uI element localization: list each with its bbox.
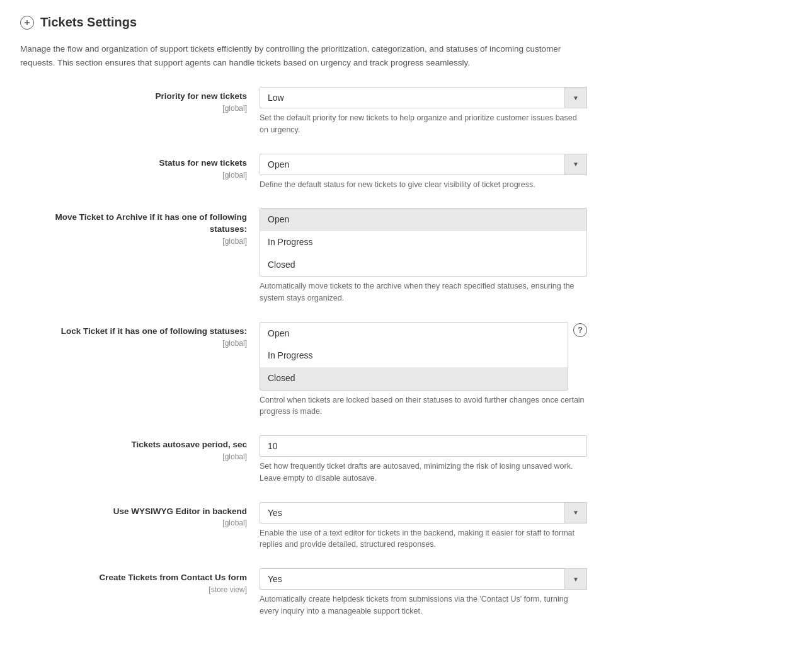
contact-select[interactable]: Yes No bbox=[260, 568, 587, 590]
archive-help: Automatically move tickets to the archiv… bbox=[260, 280, 587, 304]
collapse-icon[interactable] bbox=[20, 16, 34, 30]
contact-control: Yes No Automatically create helpdesk tic… bbox=[260, 568, 587, 617]
lock-option-inprogress[interactable]: In Progress bbox=[260, 345, 568, 367]
page-description: Manage the flow and organization of supp… bbox=[20, 42, 587, 69]
archive-sub-label: [global] bbox=[222, 237, 247, 246]
lock-help: Control when tickets are locked based on… bbox=[260, 394, 587, 418]
lock-option-open[interactable]: Open bbox=[260, 323, 568, 345]
wysiwyg-help: Enable the use of a text editor for tick… bbox=[260, 527, 587, 551]
lock-control-with-help: Open In Progress Closed ? bbox=[260, 322, 587, 391]
wysiwyg-row: Use WYSIWYG Editor in backend [global] Y… bbox=[20, 502, 792, 551]
archive-listbox: Open In Progress Closed bbox=[260, 208, 587, 277]
lock-label: Lock Ticket if it has one of following s… bbox=[20, 326, 247, 338]
lock-sub-label: [global] bbox=[222, 339, 247, 348]
status-sub-label: [global] bbox=[222, 171, 247, 180]
wysiwyg-sub-label: [global] bbox=[222, 518, 247, 527]
autosave-sub-label: [global] bbox=[222, 452, 247, 461]
status-row: Status for new tickets [global] Open In … bbox=[20, 154, 792, 191]
archive-row: Move Ticket to Archive if it has one of … bbox=[20, 208, 792, 304]
priority-help: Set the default priority for new tickets… bbox=[260, 112, 587, 136]
priority-select-wrapper: Low Medium High bbox=[260, 87, 587, 108]
priority-label-col: Priority for new tickets [global] bbox=[20, 87, 260, 113]
contact-help: Automatically create helpdesk tickets fr… bbox=[260, 593, 587, 617]
contact-label: Create Tickets from Contact Us form bbox=[20, 572, 247, 584]
autosave-label-col: Tickets autosave period, sec [global] bbox=[20, 435, 260, 461]
autosave-row: Tickets autosave period, sec [global] Se… bbox=[20, 435, 792, 484]
wysiwyg-label: Use WYSIWYG Editor in backend bbox=[20, 506, 247, 518]
wysiwyg-select[interactable]: Yes No bbox=[260, 502, 587, 524]
lock-option-closed[interactable]: Closed bbox=[260, 367, 568, 390]
status-control: Open In Progress Closed Define the defau… bbox=[260, 154, 587, 191]
lock-listbox-wrapper: Open In Progress Closed bbox=[260, 322, 568, 391]
contact-select-wrapper: Yes No bbox=[260, 568, 587, 590]
archive-label: Move Ticket to Archive if it has one of … bbox=[20, 212, 247, 236]
archive-label-col: Move Ticket to Archive if it has one of … bbox=[20, 208, 260, 246]
lock-label-col: Lock Ticket if it has one of following s… bbox=[20, 322, 260, 348]
contact-row: Create Tickets from Contact Us form [sto… bbox=[20, 568, 792, 617]
lock-control: Open In Progress Closed ? Control when t… bbox=[260, 322, 587, 418]
lock-listbox: Open In Progress Closed bbox=[260, 322, 568, 391]
priority-sub-label: [global] bbox=[222, 104, 247, 113]
status-select-wrapper: Open In Progress Closed bbox=[260, 154, 587, 175]
wysiwyg-label-col: Use WYSIWYG Editor in backend [global] bbox=[20, 502, 260, 528]
contact-label-col: Create Tickets from Contact Us form [sto… bbox=[20, 568, 260, 594]
lock-help-icon[interactable]: ? bbox=[573, 323, 587, 337]
status-label: Status for new tickets bbox=[20, 157, 247, 169]
page-title: Tickets Settings bbox=[40, 15, 137, 30]
archive-control: Open In Progress Closed Automatically mo… bbox=[260, 208, 587, 304]
autosave-input[interactable] bbox=[260, 435, 587, 457]
archive-option-closed[interactable]: Closed bbox=[260, 254, 586, 277]
archive-option-open[interactable]: Open bbox=[260, 209, 586, 231]
autosave-control: Set how frequently ticket drafts are aut… bbox=[260, 435, 587, 484]
autosave-help: Set how frequently ticket drafts are aut… bbox=[260, 461, 587, 484]
status-select[interactable]: Open In Progress Closed bbox=[260, 154, 587, 175]
priority-label: Priority for new tickets bbox=[20, 91, 247, 103]
autosave-label: Tickets autosave period, sec bbox=[20, 439, 247, 451]
lock-row: Lock Ticket if it has one of following s… bbox=[20, 322, 792, 418]
settings-form: Priority for new tickets [global] Low Me… bbox=[20, 87, 792, 617]
archive-option-inprogress[interactable]: In Progress bbox=[260, 231, 586, 254]
wysiwyg-control: Yes No Enable the use of a text editor f… bbox=[260, 502, 587, 551]
status-label-col: Status for new tickets [global] bbox=[20, 154, 260, 180]
priority-control: Low Medium High Set the default priority… bbox=[260, 87, 587, 136]
status-help: Define the default status for new ticket… bbox=[260, 179, 587, 191]
priority-row: Priority for new tickets [global] Low Me… bbox=[20, 87, 792, 136]
page-header: Tickets Settings bbox=[20, 15, 792, 30]
wysiwyg-select-wrapper: Yes No bbox=[260, 502, 587, 524]
contact-sub-label: [store view] bbox=[209, 585, 247, 594]
priority-select[interactable]: Low Medium High bbox=[260, 87, 587, 108]
